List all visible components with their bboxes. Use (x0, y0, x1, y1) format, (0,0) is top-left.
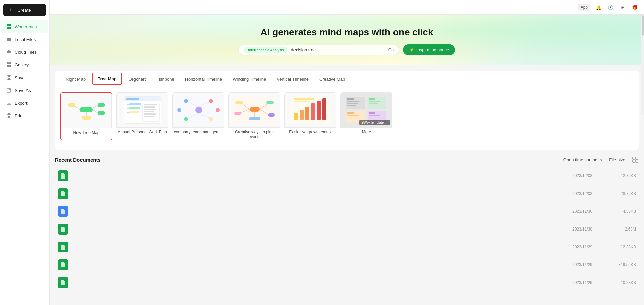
svg-rect-26 (126, 98, 139, 100)
doc-size-2: 28.75KB (602, 191, 636, 196)
card-more[interactable]: 25W+Template → More (340, 92, 392, 140)
card-new-tree-map[interactable]: New Tree Map (60, 92, 112, 140)
sidebar: + + Create Workbench Local Files Clou (0, 0, 50, 305)
svg-rect-4 (7, 62, 9, 64)
sidebar-item-local-files[interactable]: Local Files (1, 33, 48, 45)
view-grid-icon (632, 156, 639, 163)
search-tag[interactable]: Intelligent file Analysis (244, 47, 288, 53)
search-bar: Intelligent file Analysis → Go (238, 45, 399, 55)
table-row[interactable]: 2023/12/03 12.76KB (55, 167, 639, 185)
app-label[interactable]: App (578, 4, 590, 11)
svg-rect-81 (369, 98, 375, 100)
table-row[interactable]: 2023/11/29 10.28KB (55, 274, 639, 292)
table-row[interactable]: 2023/11/29 319.56KB (55, 256, 639, 274)
doc-size-1: 12.76KB (602, 173, 636, 178)
svg-rect-10 (8, 78, 10, 80)
svg-line-18 (93, 105, 98, 108)
sidebar-item-export[interactable]: Export (1, 97, 48, 109)
top-bar: App 🔔 🕐 ⊞ 🎁 (50, 0, 644, 15)
create-button[interactable]: + + Create (3, 4, 46, 16)
svg-point-49 (209, 117, 213, 121)
tab-winding-timeline[interactable]: Winding Timeline (227, 72, 271, 86)
card-creative-events[interactable]: Creative ways to plan events (228, 92, 280, 140)
svg-rect-35 (144, 106, 155, 108)
card-annual-plan-label: Annual Personal Work Plan (116, 128, 168, 136)
svg-rect-2 (7, 27, 9, 29)
table-row[interactable]: 2023/11/29 12.38KB (55, 238, 639, 256)
card-creative-events-label: Creative ways to plan events (228, 128, 280, 140)
view-toggle-button[interactable] (632, 156, 639, 163)
save-icon (6, 74, 12, 81)
tab-vertical-timeline[interactable]: Vertical Timeline (271, 72, 314, 86)
svg-rect-82 (369, 101, 380, 102)
tab-fishbone[interactable]: Fishbone (151, 72, 179, 86)
svg-rect-69 (305, 107, 309, 120)
svg-rect-37 (144, 111, 154, 112)
search-input[interactable] (291, 47, 380, 52)
card-new-tree-map-preview (61, 93, 112, 128)
card-annual-plan[interactable]: Annual Personal Work Plan (116, 92, 168, 140)
svg-point-41 (195, 107, 202, 113)
card-explosive-growth[interactable]: Explosive growth.emmx (284, 92, 336, 140)
svg-rect-89 (369, 115, 380, 116)
svg-rect-14 (8, 116, 10, 118)
tab-right-map[interactable]: Right Map (60, 72, 91, 86)
svg-rect-67 (294, 113, 298, 120)
table-row[interactable]: 2023/11/30 4.55KB (55, 203, 639, 220)
annual-plan-icon (121, 95, 164, 125)
sort-control[interactable]: Open time sorting ∨ (563, 157, 603, 162)
scrollbar-thumb[interactable] (642, 15, 644, 36)
sidebar-item-save-as[interactable]: Save As (1, 84, 48, 96)
sidebar-item-workbench[interactable]: Workbench (1, 20, 48, 33)
doc-icon-6 (58, 259, 68, 270)
sidebar-export-label: Export (15, 101, 28, 106)
grid-apps-icon[interactable]: ⊞ (619, 3, 627, 11)
tab-horizontal-timeline[interactable]: Horizontal Timeline (180, 72, 228, 86)
sidebar-item-cloud-files[interactable]: Cloud Files (1, 46, 48, 58)
svg-point-53 (216, 108, 220, 112)
create-label: + Create (14, 8, 31, 13)
card-creative-events-preview (228, 92, 280, 128)
scrollbar-track[interactable] (641, 15, 644, 115)
doc-date-5: 2023/11/29 (562, 245, 602, 249)
doc-date-2: 2023/12/03 (562, 191, 602, 196)
template-cards: New Tree Map (55, 87, 639, 143)
svg-rect-61 (249, 117, 260, 120)
svg-rect-78 (347, 103, 358, 104)
tab-orgchart[interactable]: Orgchart (123, 72, 151, 86)
sidebar-item-gallery[interactable]: Gallery (1, 59, 48, 71)
sidebar-item-print[interactable]: Print (1, 110, 48, 122)
search-go-button[interactable]: → Go (383, 48, 394, 52)
doc-date-1: 2023/12/03 (562, 173, 602, 178)
svg-rect-34 (144, 104, 157, 105)
clock-icon[interactable]: 🕐 (606, 3, 614, 11)
more-badge: 25W+Template → (359, 120, 390, 125)
svg-rect-6 (7, 65, 9, 67)
svg-rect-7 (9, 65, 11, 67)
svg-rect-32 (129, 111, 139, 113)
doc-size-5: 12.38KB (602, 245, 636, 249)
svg-rect-85 (347, 112, 354, 114)
table-row[interactable]: 2023/12/03 28.75KB (55, 185, 639, 203)
svg-rect-9 (8, 75, 10, 77)
lightning-icon: ⚡ (409, 47, 414, 52)
hero-section: AI generates mind maps with one click In… (50, 15, 644, 65)
cloud-icon (6, 49, 12, 55)
tab-creative-map[interactable]: Creative Map (314, 72, 351, 86)
svg-rect-83 (369, 103, 378, 104)
card-more-preview: 25W+Template → (340, 92, 392, 128)
table-row[interactable]: 2023/11/30 2.68M (55, 220, 639, 238)
gallery-icon (6, 62, 12, 68)
bell-icon[interactable]: 🔔 (594, 3, 602, 11)
tab-tree-map[interactable]: Tree Map (92, 73, 122, 85)
gift-icon[interactable]: 🎁 (631, 3, 639, 11)
sidebar-item-save[interactable]: Save (1, 71, 48, 84)
svg-rect-63 (234, 112, 241, 115)
card-company-team[interactable]: company team managem... (172, 92, 224, 140)
inspiration-button[interactable]: ⚡ Inspiration space (403, 44, 455, 55)
doc-date-7: 2023/11/29 (562, 280, 602, 285)
svg-rect-70 (311, 103, 315, 120)
svg-rect-55 (250, 107, 260, 112)
card-more-label: More (340, 128, 392, 136)
save-as-icon (6, 87, 12, 93)
